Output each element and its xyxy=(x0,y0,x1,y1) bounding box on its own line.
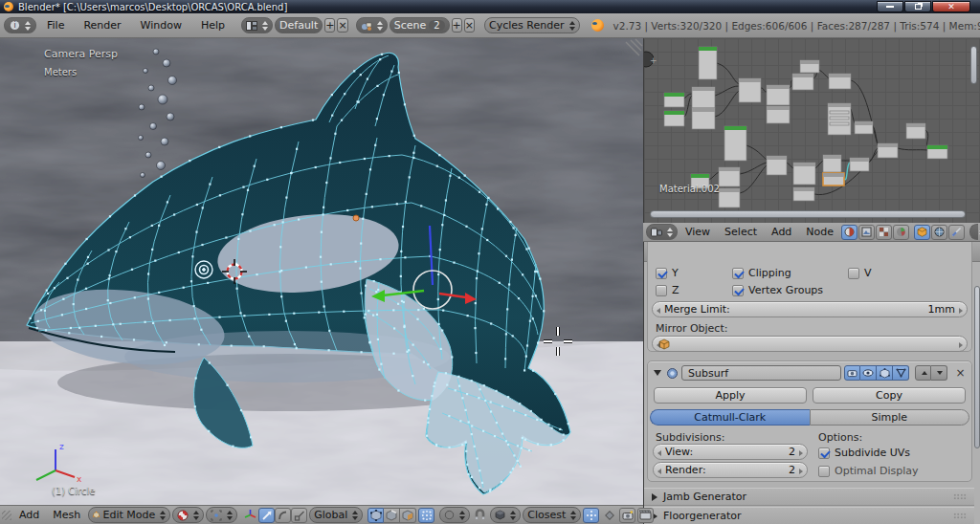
mirror-axis-z-checkbox[interactable]: Z xyxy=(656,284,679,296)
viewport-shading-dropdown[interactable] xyxy=(172,507,204,523)
info-editor-icon: i xyxy=(10,20,20,31)
scene-icon-dropdown[interactable] xyxy=(356,17,388,33)
delete-scene-button[interactable]: × xyxy=(464,18,475,33)
minimize-button[interactable] xyxy=(877,1,903,12)
menu-mesh[interactable]: Mesh xyxy=(47,509,86,521)
object-shader-toggle[interactable] xyxy=(914,225,930,240)
close-button[interactable]: ✕ xyxy=(932,1,970,12)
rotate-manipulator-button[interactable] xyxy=(275,508,291,523)
opengl-render-still-button[interactable] xyxy=(619,508,635,523)
add-screen-button[interactable]: + xyxy=(324,18,335,33)
delete-screen-button[interactable]: × xyxy=(337,18,347,33)
snap-rotation-icon[interactable] xyxy=(601,508,617,523)
mirror-clipping-checkbox[interactable]: Clipping xyxy=(732,267,791,279)
subsurf-eye-toggle[interactable] xyxy=(860,365,877,381)
shader-nodes-toggle[interactable] xyxy=(841,225,858,240)
merge-limit-slider[interactable]: Merge Limit: 1mm xyxy=(652,301,968,317)
subdivide-uvs-checkbox[interactable]: Subdivide UVs xyxy=(818,447,910,459)
opengl-render-anim-button[interactable] xyxy=(637,508,654,523)
mirror-texture-v-checkbox[interactable]: V xyxy=(848,267,872,279)
modifier-delete-button[interactable]: × xyxy=(952,365,969,381)
screen-layout-field[interactable]: Default xyxy=(275,17,323,33)
node-menu-select[interactable]: Select xyxy=(718,226,764,238)
3d-viewport[interactable]: [data-name="bubbles"] circle { fill:url(… xyxy=(0,38,643,505)
selected-node[interactable] xyxy=(823,173,844,186)
panel-grip[interactable] xyxy=(953,513,967,519)
limit-selection-visible-button[interactable] xyxy=(418,508,434,523)
texture-nodes-toggle[interactable] xyxy=(858,225,875,240)
properties-scrollbar[interactable] xyxy=(974,286,980,448)
copy-button[interactable]: Copy xyxy=(813,387,966,404)
menu-render[interactable]: Render xyxy=(75,19,129,32)
snap-magnet-toggle[interactable] xyxy=(472,508,488,523)
menu-window[interactable]: Window xyxy=(132,19,190,32)
mirror-axis-y-checkbox[interactable]: Y xyxy=(656,267,679,279)
vertex-select-button[interactable] xyxy=(368,508,384,523)
subsurf-render-toggle[interactable] xyxy=(844,365,860,381)
snap-target-dropdown[interactable]: Closest xyxy=(523,507,581,523)
scale-manipulator-button[interactable] xyxy=(291,508,307,523)
snap-element-dropdown[interactable] xyxy=(490,507,521,523)
compositing-nodes-toggle[interactable] xyxy=(876,225,892,240)
subsurf-editmode-toggle[interactable] xyxy=(877,365,893,381)
add-scene-button[interactable]: + xyxy=(452,18,462,33)
svg-text:i: i xyxy=(13,21,15,30)
mirror-object-field[interactable] xyxy=(652,336,968,352)
modifier-move-down-button[interactable] xyxy=(931,365,947,381)
floorgenerator-panel[interactable]: Floorgenerator xyxy=(644,507,974,524)
subsurf-name-field[interactable]: Subsurf xyxy=(681,365,841,381)
proportional-edit-dropdown[interactable] xyxy=(439,507,470,523)
manipulator-toggle[interactable] xyxy=(242,508,258,523)
restore-button[interactable] xyxy=(904,1,931,12)
menu-file[interactable]: File xyxy=(38,19,73,32)
viewport-canvas[interactable]: [data-name="bubbles"] circle { fill:url(… xyxy=(0,38,643,505)
view-name-overlay: Camera Persp xyxy=(44,48,118,60)
render-engine-dropdown[interactable]: Cycles Render xyxy=(484,17,579,33)
snap-element-icon xyxy=(495,510,505,520)
snap-target-value: Closest xyxy=(527,509,566,521)
simple-option[interactable]: Simple xyxy=(810,409,970,426)
translate-manipulator-button[interactable] xyxy=(258,508,275,523)
panel-grip[interactable] xyxy=(953,493,967,500)
node-graph[interactable]: .ng rect { fill:#c6c6c6; stroke:#7e7e7e;… xyxy=(644,38,980,223)
shading-icon xyxy=(177,510,189,521)
apply-button[interactable]: Apply xyxy=(654,387,807,404)
render-subdivisions-slider[interactable]: Render:2 xyxy=(653,462,808,478)
optimal-display-checkbox[interactable]: Optimal Display xyxy=(818,465,919,477)
material-datablock-selector[interactable]: Material.0 xyxy=(969,224,978,240)
modifier-move-up-button[interactable] xyxy=(915,365,931,381)
node-menu-node[interactable]: Node xyxy=(799,226,840,238)
menu-help[interactable]: Help xyxy=(192,19,234,32)
view-subdivisions-slider[interactable]: View:2 xyxy=(653,444,808,460)
transform-orientation-dropdown[interactable]: Global xyxy=(309,507,363,523)
edge-select-button[interactable] xyxy=(384,508,400,523)
editor-type-selector[interactable]: i xyxy=(4,17,36,33)
mode-dropdown[interactable]: Edit Mode xyxy=(88,507,170,523)
jamb-generator-panel[interactable]: Jamb Generator xyxy=(644,488,974,506)
region-grip[interactable] xyxy=(2,511,11,520)
snap-peel-toggle[interactable] xyxy=(583,508,599,523)
menu-add[interactable]: Add xyxy=(13,509,45,521)
face-select-button[interactable] xyxy=(400,508,416,523)
node-hscrollbar[interactable] xyxy=(650,210,966,218)
node-editor[interactable]: .ng rect { fill:#c6c6c6; stroke:#7e7e7e;… xyxy=(643,38,980,223)
node-menu-add[interactable]: Add xyxy=(765,226,798,238)
pivot-point-dropdown[interactable] xyxy=(206,507,237,523)
scene-user-count[interactable]: 2 xyxy=(429,20,444,31)
subsurf-collapse-arrow[interactable] xyxy=(654,370,661,376)
subsurf-cage-toggle[interactable] xyxy=(893,365,909,381)
mode-value: Edit Mode xyxy=(102,509,155,521)
scene-field[interactable]: Scene 2 xyxy=(390,17,450,33)
node-vscrollbar[interactable] xyxy=(970,46,977,84)
node-menu-view[interactable]: View xyxy=(679,226,717,238)
color-wheel-icon[interactable] xyxy=(893,225,909,240)
catmull-clark-option[interactable]: Catmull-Clark xyxy=(650,409,810,426)
linestyle-shader-toggle[interactable] xyxy=(948,225,965,240)
node-editor-type-selector[interactable] xyxy=(646,224,678,240)
screen-layout-icon-dropdown[interactable] xyxy=(241,17,273,33)
render-engine-value: Cycles Render xyxy=(489,19,564,32)
world-shader-toggle[interactable] xyxy=(931,225,947,240)
title-bar: Blender* [C:\Users\marcos\Desktop\ORCAS\… xyxy=(0,0,980,13)
blender-app-icon xyxy=(4,2,13,11)
mirror-vertex-groups-checkbox[interactable]: Vertex Groups xyxy=(732,284,823,296)
